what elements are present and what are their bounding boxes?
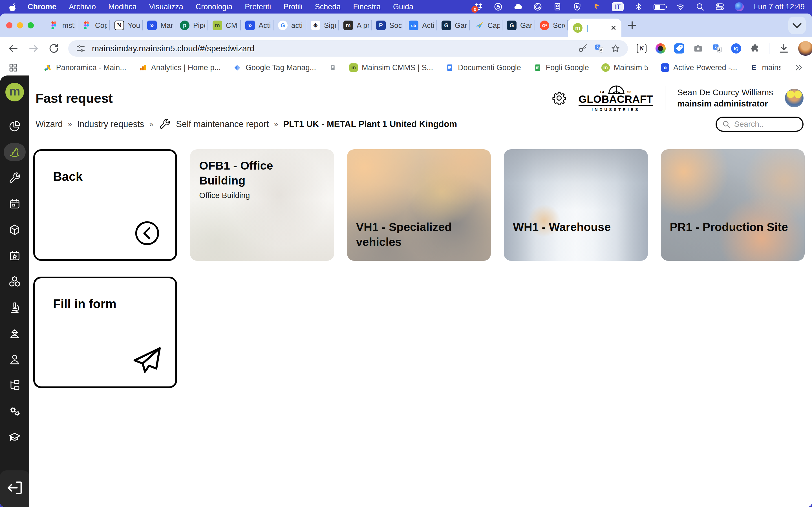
tab-4[interactable]: »Mark [143, 13, 175, 37]
camera-extension-icon[interactable] [693, 43, 703, 54]
reload-button[interactable] [48, 43, 60, 54]
bookmark-5[interactable]: mMainsim CMMS | S... [349, 63, 433, 72]
wifi-icon[interactable] [675, 2, 685, 11]
minimize-window-button[interactable] [17, 22, 23, 29]
screen-lock-icon[interactable] [493, 2, 503, 11]
menu-cronologia[interactable]: Cronologia [196, 3, 233, 11]
bookmark-3[interactable]: Google Tag Manag... [233, 63, 316, 72]
bluetooth-icon[interactable] [634, 2, 644, 11]
bookmark-8[interactable]: mMainsim 5 [601, 63, 649, 72]
menu-preferiti[interactable]: Preferiti [245, 3, 271, 11]
menu-clock[interactable]: Lun 7 ott 12:49 [754, 3, 805, 11]
apps-grid-icon[interactable] [8, 62, 18, 73]
downloads-icon[interactable] [778, 43, 790, 54]
control-center-icon[interactable] [715, 2, 725, 11]
mainsim-logo[interactable]: m [5, 83, 24, 101]
chat-shield-icon[interactable] [572, 2, 582, 11]
breadcrumb-item-1[interactable]: Wizard [36, 119, 63, 129]
sidebar-item-speed-wizard[interactable] [4, 143, 26, 161]
tab-12[interactable]: cbActi [404, 13, 437, 37]
tab-10[interactable]: mA pr [339, 13, 371, 37]
zoom-window-button[interactable] [28, 22, 34, 29]
url-text[interactable]: mainsimday.mainsim5.cloud/#/speedwizard [92, 44, 571, 53]
menu-finestra[interactable]: Finestra [353, 3, 380, 11]
sidebar-item-planned-events[interactable] [4, 247, 26, 265]
menu-guida[interactable]: Guida [393, 3, 413, 11]
tab-9[interactable]: ✳Sign [306, 13, 339, 37]
bookmark-1[interactable]: Panoramica - Main... [44, 63, 126, 72]
tab-15[interactable]: GGart [502, 13, 535, 37]
apple-icon[interactable] [7, 2, 17, 11]
battery-icon[interactable] [654, 4, 665, 10]
menu-chrome[interactable]: Chrome [28, 3, 56, 11]
spotlight-icon[interactable] [695, 2, 705, 11]
back-button[interactable] [7, 43, 19, 54]
notion-extension-icon[interactable]: N [637, 43, 647, 54]
breadcrumb-item-2[interactable]: Industry requests [77, 119, 144, 129]
menu-archivio[interactable]: Archivio [69, 3, 96, 11]
location-card-production-site[interactable]: PR1 - Production Site [661, 149, 805, 261]
lens-extension-icon[interactable] [656, 43, 666, 54]
sidebar-item-dashboard[interactable] [4, 117, 26, 135]
tab-13[interactable]: GGart [437, 13, 470, 37]
dropbox-icon[interactable]: 3 [474, 2, 483, 11]
tab-2[interactable]: Copy [77, 13, 110, 37]
tab-16[interactable]: G²Scre [535, 13, 568, 37]
bookmark-6[interactable]: Documenti Google [446, 63, 521, 72]
bookmark-2[interactable]: Analytics | Home p... [139, 63, 221, 72]
sidebar-item-workforce[interactable] [4, 325, 26, 342]
settings-gear-icon[interactable] [552, 91, 567, 106]
close-window-button[interactable] [6, 22, 12, 29]
site-settings-icon[interactable] [75, 43, 86, 54]
cloud-icon[interactable] [513, 2, 523, 11]
tab-14[interactable]: Capt [470, 13, 502, 37]
iq-extension-icon[interactable]: IQ [731, 43, 741, 54]
search-input[interactable] [734, 120, 797, 129]
sidebar-item-settings[interactable] [4, 402, 26, 420]
browserstack-icon[interactable] [592, 2, 602, 11]
breadcrumb-item-3[interactable]: Self maintenance report [176, 119, 269, 129]
new-tab-button[interactable] [626, 19, 638, 32]
location-card-office-building[interactable]: OFB1 - Office BuildingOffice Building [190, 149, 334, 261]
tab-3[interactable]: NYour [110, 13, 143, 37]
translate-extension-icon[interactable] [712, 43, 723, 54]
sidebar-item-users[interactable] [4, 350, 26, 369]
user-avatar[interactable] [785, 89, 804, 107]
tab-search-chevron[interactable] [788, 17, 806, 34]
menu-visualizza[interactable]: Visualizza [149, 3, 183, 11]
puzzle-extension-icon[interactable] [750, 43, 760, 54]
input-source-icon[interactable]: IT [612, 2, 624, 11]
menu-profili[interactable]: Profili [283, 3, 303, 11]
sidebar-item-calendar[interactable] [4, 195, 26, 213]
back-card[interactable]: Back [33, 149, 177, 261]
sidebar-item-analysis[interactable] [4, 298, 26, 317]
menu-modifica[interactable]: Modifica [108, 3, 137, 11]
bookmark-9[interactable]: »Active Powered -... [661, 63, 737, 72]
location-card-specialized-vehicles[interactable]: VH1 - Specialized vehicles [347, 149, 491, 261]
scanner-icon[interactable] [553, 2, 562, 11]
siri-icon[interactable] [735, 2, 744, 11]
active-tab[interactable]: m| [568, 18, 621, 37]
search-box[interactable] [716, 117, 804, 132]
tag-extension-icon[interactable] [674, 43, 684, 54]
menu-scheda[interactable]: Scheda [315, 3, 341, 11]
tab-5[interactable]: pPipe [175, 13, 208, 37]
address-bar[interactable]: mainsimday.mainsim5.cloud/#/speedwizard [68, 40, 628, 57]
sidebar-item-modules[interactable] [4, 273, 26, 291]
password-key-icon[interactable] [578, 43, 588, 54]
bookmark-star-icon[interactable] [610, 43, 620, 54]
bookmarks-overflow-chevron[interactable] [794, 62, 804, 73]
close-tab-icon[interactable] [610, 24, 617, 32]
location-card-warehouse[interactable]: WH1 - Warehouse [504, 149, 648, 261]
bookmark-4[interactable] [328, 63, 337, 72]
translate-icon[interactable] [594, 43, 604, 54]
fill-in-form-card[interactable]: Fill in form [33, 277, 177, 388]
sidebar-item-locations-tree[interactable] [4, 376, 26, 394]
sidebar-item-academy[interactable] [4, 428, 26, 446]
browser-profile-avatar[interactable] [798, 41, 812, 56]
logout-button[interactable] [4, 479, 26, 497]
tab-6[interactable]: mCMM [208, 13, 241, 37]
bookmark-7[interactable]: Fogli Google [534, 63, 589, 72]
forward-button[interactable] [28, 43, 40, 54]
sidebar-item-assets[interactable] [4, 221, 26, 239]
